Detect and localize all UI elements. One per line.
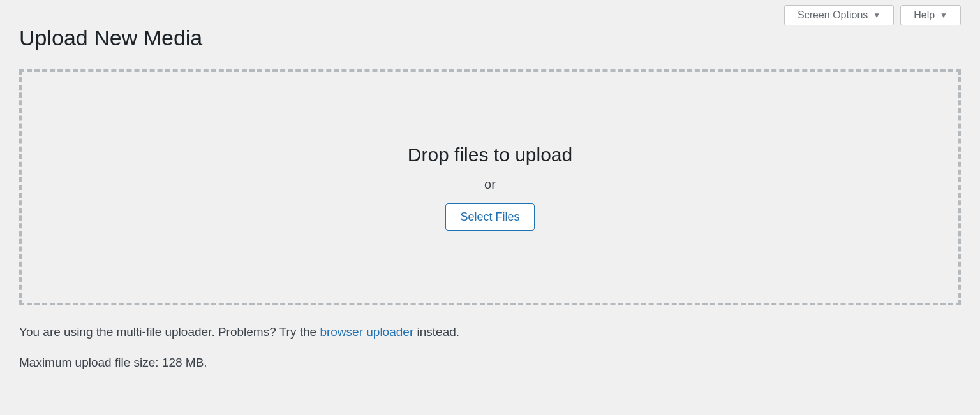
screen-options-button[interactable]: Screen Options ▼ (784, 5, 894, 25)
upload-dropzone[interactable]: Drop files to upload or Select Files (19, 69, 961, 305)
select-files-button[interactable]: Select Files (445, 203, 534, 231)
dropzone-instruction: Drop files to upload (408, 144, 573, 166)
screen-options-label: Screen Options (798, 10, 868, 21)
info-suffix: instead. (413, 325, 459, 339)
dropzone-or-label: or (484, 177, 496, 192)
help-label: Help (914, 10, 935, 21)
caret-down-icon: ▼ (940, 11, 947, 20)
header-buttons: Screen Options ▼ Help ▼ (784, 5, 961, 25)
browser-uploader-link[interactable]: browser uploader (320, 325, 413, 339)
uploader-info-text: You are using the multi-file uploader. P… (19, 323, 961, 342)
caret-down-icon: ▼ (873, 11, 880, 20)
info-prefix: You are using the multi-file uploader. P… (19, 325, 320, 339)
max-upload-size: Maximum upload file size: 128 MB. (19, 356, 961, 370)
help-button[interactable]: Help ▼ (900, 5, 961, 25)
